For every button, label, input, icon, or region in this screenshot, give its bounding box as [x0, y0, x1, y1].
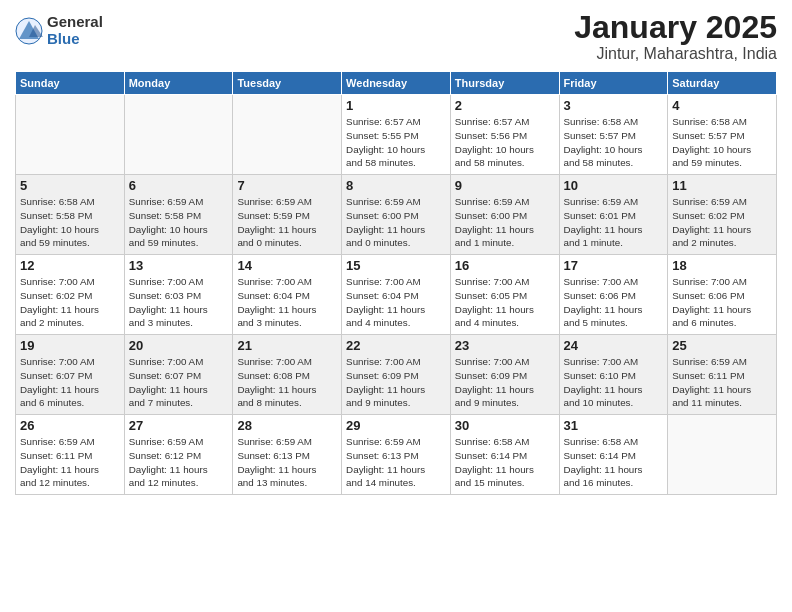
table-cell: 12Sunrise: 7:00 AMSunset: 6:02 PMDayligh…: [16, 255, 125, 335]
calendar-header: General Blue January 2025 Jintur, Mahara…: [15, 10, 777, 63]
logo-blue: Blue: [47, 31, 103, 48]
day-info: Sunrise: 6:58 AMSunset: 6:14 PMDaylight:…: [564, 435, 664, 490]
calendar-title: January 2025: [574, 10, 777, 45]
day-info: Sunrise: 7:00 AMSunset: 6:05 PMDaylight:…: [455, 275, 555, 330]
day-number: 6: [129, 178, 229, 193]
day-number: 21: [237, 338, 337, 353]
day-number: 27: [129, 418, 229, 433]
calendar-row: 19Sunrise: 7:00 AMSunset: 6:07 PMDayligh…: [16, 335, 777, 415]
day-number: 17: [564, 258, 664, 273]
day-info: Sunrise: 6:58 AMSunset: 5:58 PMDaylight:…: [20, 195, 120, 250]
table-cell: 18Sunrise: 7:00 AMSunset: 6:06 PMDayligh…: [668, 255, 777, 335]
day-info: Sunrise: 6:59 AMSunset: 6:13 PMDaylight:…: [346, 435, 446, 490]
day-info: Sunrise: 7:00 AMSunset: 6:06 PMDaylight:…: [672, 275, 772, 330]
table-cell: [668, 415, 777, 495]
day-info: Sunrise: 7:00 AMSunset: 6:07 PMDaylight:…: [20, 355, 120, 410]
day-info: Sunrise: 6:59 AMSunset: 6:00 PMDaylight:…: [455, 195, 555, 250]
logo: General Blue: [15, 14, 103, 47]
header-friday: Friday: [559, 72, 668, 95]
day-number: 10: [564, 178, 664, 193]
day-info: Sunrise: 7:00 AMSunset: 6:09 PMDaylight:…: [455, 355, 555, 410]
day-number: 20: [129, 338, 229, 353]
day-number: 26: [20, 418, 120, 433]
table-cell: [16, 95, 125, 175]
day-info: Sunrise: 6:59 AMSunset: 5:58 PMDaylight:…: [129, 195, 229, 250]
day-info: Sunrise: 7:00 AMSunset: 6:09 PMDaylight:…: [346, 355, 446, 410]
table-cell: 26Sunrise: 6:59 AMSunset: 6:11 PMDayligh…: [16, 415, 125, 495]
table-cell: 28Sunrise: 6:59 AMSunset: 6:13 PMDayligh…: [233, 415, 342, 495]
table-cell: 15Sunrise: 7:00 AMSunset: 6:04 PMDayligh…: [342, 255, 451, 335]
table-cell: 21Sunrise: 7:00 AMSunset: 6:08 PMDayligh…: [233, 335, 342, 415]
table-cell: [233, 95, 342, 175]
day-number: 19: [20, 338, 120, 353]
day-info: Sunrise: 6:59 AMSunset: 6:00 PMDaylight:…: [346, 195, 446, 250]
calendar-row: 26Sunrise: 6:59 AMSunset: 6:11 PMDayligh…: [16, 415, 777, 495]
day-number: 23: [455, 338, 555, 353]
day-number: 11: [672, 178, 772, 193]
day-info: Sunrise: 7:00 AMSunset: 6:04 PMDaylight:…: [237, 275, 337, 330]
table-cell: 30Sunrise: 6:58 AMSunset: 6:14 PMDayligh…: [450, 415, 559, 495]
calendar-row: 12Sunrise: 7:00 AMSunset: 6:02 PMDayligh…: [16, 255, 777, 335]
logo-general: General: [47, 14, 103, 31]
table-cell: 10Sunrise: 6:59 AMSunset: 6:01 PMDayligh…: [559, 175, 668, 255]
day-info: Sunrise: 6:57 AMSunset: 5:56 PMDaylight:…: [455, 115, 555, 170]
day-number: 24: [564, 338, 664, 353]
table-cell: 4Sunrise: 6:58 AMSunset: 5:57 PMDaylight…: [668, 95, 777, 175]
table-cell: 27Sunrise: 6:59 AMSunset: 6:12 PMDayligh…: [124, 415, 233, 495]
calendar-container: General Blue January 2025 Jintur, Mahara…: [0, 0, 792, 500]
day-number: 12: [20, 258, 120, 273]
day-number: 25: [672, 338, 772, 353]
table-cell: 1Sunrise: 6:57 AMSunset: 5:55 PMDaylight…: [342, 95, 451, 175]
table-cell: 13Sunrise: 7:00 AMSunset: 6:03 PMDayligh…: [124, 255, 233, 335]
day-info: Sunrise: 6:58 AMSunset: 6:14 PMDaylight:…: [455, 435, 555, 490]
table-cell: 2Sunrise: 6:57 AMSunset: 5:56 PMDaylight…: [450, 95, 559, 175]
day-info: Sunrise: 6:59 AMSunset: 6:12 PMDaylight:…: [129, 435, 229, 490]
day-info: Sunrise: 6:59 AMSunset: 6:01 PMDaylight:…: [564, 195, 664, 250]
day-info: Sunrise: 6:58 AMSunset: 5:57 PMDaylight:…: [672, 115, 772, 170]
day-info: Sunrise: 7:00 AMSunset: 6:02 PMDaylight:…: [20, 275, 120, 330]
day-number: 3: [564, 98, 664, 113]
day-info: Sunrise: 6:58 AMSunset: 5:57 PMDaylight:…: [564, 115, 664, 170]
table-cell: 29Sunrise: 6:59 AMSunset: 6:13 PMDayligh…: [342, 415, 451, 495]
table-cell: 14Sunrise: 7:00 AMSunset: 6:04 PMDayligh…: [233, 255, 342, 335]
day-info: Sunrise: 7:00 AMSunset: 6:04 PMDaylight:…: [346, 275, 446, 330]
day-number: 8: [346, 178, 446, 193]
table-cell: 6Sunrise: 6:59 AMSunset: 5:58 PMDaylight…: [124, 175, 233, 255]
title-section: January 2025 Jintur, Maharashtra, India: [574, 10, 777, 63]
day-number: 22: [346, 338, 446, 353]
table-cell: [124, 95, 233, 175]
table-cell: 7Sunrise: 6:59 AMSunset: 5:59 PMDaylight…: [233, 175, 342, 255]
table-cell: 23Sunrise: 7:00 AMSunset: 6:09 PMDayligh…: [450, 335, 559, 415]
day-info: Sunrise: 6:59 AMSunset: 6:02 PMDaylight:…: [672, 195, 772, 250]
header-thursday: Thursday: [450, 72, 559, 95]
day-info: Sunrise: 6:59 AMSunset: 6:11 PMDaylight:…: [20, 435, 120, 490]
table-cell: 22Sunrise: 7:00 AMSunset: 6:09 PMDayligh…: [342, 335, 451, 415]
day-number: 31: [564, 418, 664, 433]
day-number: 29: [346, 418, 446, 433]
table-cell: 8Sunrise: 6:59 AMSunset: 6:00 PMDaylight…: [342, 175, 451, 255]
calendar-row: 5Sunrise: 6:58 AMSunset: 5:58 PMDaylight…: [16, 175, 777, 255]
header-saturday: Saturday: [668, 72, 777, 95]
table-cell: 31Sunrise: 6:58 AMSunset: 6:14 PMDayligh…: [559, 415, 668, 495]
day-number: 15: [346, 258, 446, 273]
day-number: 5: [20, 178, 120, 193]
header-wednesday: Wednesday: [342, 72, 451, 95]
day-info: Sunrise: 7:00 AMSunset: 6:08 PMDaylight:…: [237, 355, 337, 410]
table-cell: 3Sunrise: 6:58 AMSunset: 5:57 PMDaylight…: [559, 95, 668, 175]
day-number: 16: [455, 258, 555, 273]
day-info: Sunrise: 7:00 AMSunset: 6:10 PMDaylight:…: [564, 355, 664, 410]
calendar-table: Sunday Monday Tuesday Wednesday Thursday…: [15, 71, 777, 495]
day-info: Sunrise: 7:00 AMSunset: 6:03 PMDaylight:…: [129, 275, 229, 330]
day-info: Sunrise: 6:59 AMSunset: 6:13 PMDaylight:…: [237, 435, 337, 490]
day-number: 18: [672, 258, 772, 273]
table-cell: 20Sunrise: 7:00 AMSunset: 6:07 PMDayligh…: [124, 335, 233, 415]
table-cell: 16Sunrise: 7:00 AMSunset: 6:05 PMDayligh…: [450, 255, 559, 335]
table-cell: 9Sunrise: 6:59 AMSunset: 6:00 PMDaylight…: [450, 175, 559, 255]
table-cell: 17Sunrise: 7:00 AMSunset: 6:06 PMDayligh…: [559, 255, 668, 335]
weekday-header-row: Sunday Monday Tuesday Wednesday Thursday…: [16, 72, 777, 95]
day-number: 2: [455, 98, 555, 113]
table-cell: 19Sunrise: 7:00 AMSunset: 6:07 PMDayligh…: [16, 335, 125, 415]
table-cell: 11Sunrise: 6:59 AMSunset: 6:02 PMDayligh…: [668, 175, 777, 255]
day-info: Sunrise: 6:59 AMSunset: 5:59 PMDaylight:…: [237, 195, 337, 250]
table-cell: 25Sunrise: 6:59 AMSunset: 6:11 PMDayligh…: [668, 335, 777, 415]
